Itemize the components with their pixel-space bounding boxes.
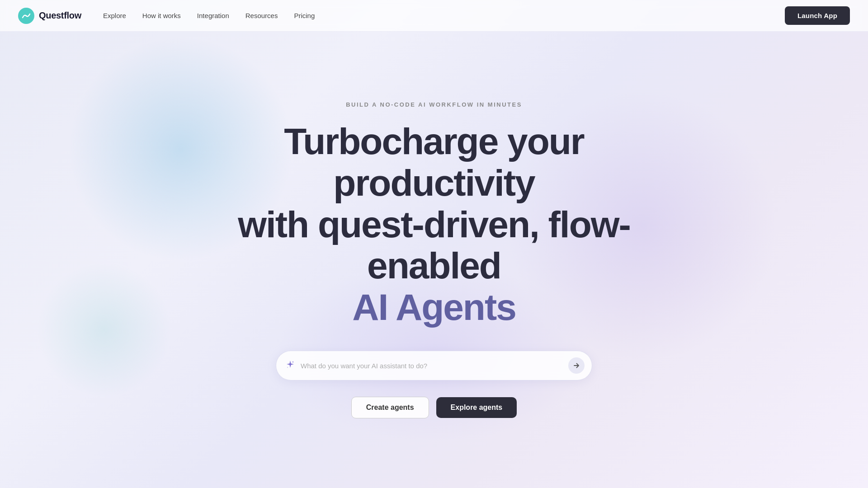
hero-title-line1: Turbocharge your productivity: [284, 121, 584, 203]
nav-link-how-it-works[interactable]: How it works: [142, 12, 181, 19]
search-submit-button[interactable]: [568, 357, 585, 374]
svg-point-1: [292, 361, 294, 363]
logo-link[interactable]: Questflow: [18, 8, 81, 24]
nav-link-pricing[interactable]: Pricing: [294, 12, 315, 19]
hero-title: Turbocharge your productivity with quest…: [208, 121, 660, 328]
hero-subtitle: BUILD A NO-CODE AI WORKFLOW IN MINUTES: [346, 101, 522, 108]
explore-agents-button[interactable]: Explore agents: [436, 397, 517, 418]
hero-title-line2: with quest-driven, flow-enabled: [238, 204, 630, 286]
arrow-right-icon: [573, 362, 580, 369]
hero-section: BUILD A NO-CODE AI WORKFLOW IN MINUTES T…: [0, 32, 868, 488]
logo-icon: [18, 8, 34, 24]
nav-link-explore[interactable]: Explore: [103, 12, 126, 19]
sparkle-icon: [285, 360, 295, 370]
logo-text: Questflow: [39, 10, 81, 21]
sparkle-icon-wrapper: [285, 360, 295, 371]
search-bar: [276, 351, 592, 380]
nav-left: Questflow Explore How it works Integrati…: [18, 8, 315, 24]
svg-point-2: [287, 367, 288, 368]
launch-app-button[interactable]: Launch App: [785, 6, 850, 25]
navbar: Questflow Explore How it works Integrati…: [0, 0, 868, 32]
create-agents-button[interactable]: Create agents: [351, 397, 429, 418]
search-input[interactable]: [301, 362, 568, 370]
cta-buttons: Create agents Explore agents: [351, 397, 517, 418]
nav-link-resources[interactable]: Resources: [245, 12, 278, 19]
nav-links: Explore How it works Integration Resourc…: [103, 12, 315, 20]
hero-title-line3: AI Agents: [352, 286, 516, 328]
nav-link-integration[interactable]: Integration: [197, 12, 229, 19]
